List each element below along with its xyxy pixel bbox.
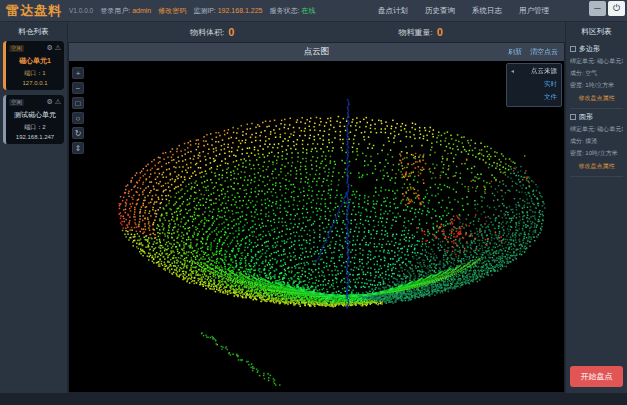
- device-ip: 127.0.0.1: [9, 80, 61, 86]
- warning-icon: ⚠: [55, 98, 61, 106]
- clear-pointcloud-link[interactable]: 清空点云: [530, 47, 558, 57]
- device-card-test-unit[interactable]: 空闲 ⚙ ⚠ 测试磁心单元 端口：2 192.168.1.247: [3, 95, 64, 144]
- warning-icon: ⚠: [55, 44, 61, 52]
- region-checkbox[interactable]: [570, 114, 576, 120]
- region-header: 圆形: [570, 112, 623, 122]
- region-item-circle: 圆形 绑定单元: 磁心单元1 成分: 煤渣 密度: 10吨/立方米 修改盘点属性: [570, 109, 623, 177]
- silo-list-title: 料仓列表: [3, 25, 64, 41]
- service-status-value: 在线: [301, 7, 315, 14]
- stats-bar: 物料体积: 0 物料重量: 0: [68, 22, 565, 42]
- reset-view-icon[interactable]: ↻: [72, 127, 84, 139]
- region-item-polygon: 多边形 绑定单元: 磁心单元1 成分: 空气 密度: 1吨/立方米 修改盘点属性: [570, 41, 623, 109]
- device-port: 端口：1: [9, 69, 61, 78]
- source-option-file[interactable]: 文件: [511, 93, 557, 102]
- version-label: V1.0.0.0: [69, 7, 93, 14]
- pointcloud-panel-header: 点云图 刷新 清空点云: [69, 43, 564, 61]
- stat-material-weight: 物料重量: 0: [399, 26, 443, 38]
- region-composition: 成分: 空气: [570, 69, 623, 78]
- edit-region-link[interactable]: 修改盘点属性: [570, 162, 623, 171]
- region-checkbox[interactable]: [570, 46, 576, 52]
- gear-icon[interactable]: ⚙: [46, 98, 52, 106]
- region-unit-label: 绑定单元:: [570, 126, 596, 132]
- pointcloud-viewport: + − □ ○ ↻ ⇕ ◂ 点云来源 实时 文件: [69, 61, 564, 392]
- menu-item-inventory-plan[interactable]: 盘点计划: [378, 6, 408, 16]
- source-option-realtime[interactable]: 实时: [511, 80, 557, 89]
- region-comp-value: 空气: [585, 70, 597, 76]
- region-list-sidebar: 料区列表 多边形 绑定单元: 磁心单元1 成分: 空气 密度: 1吨/立方米: [565, 22, 627, 393]
- region-unit-value: 磁心单元1: [597, 58, 623, 64]
- start-inventory-button[interactable]: 开始盘点: [570, 366, 623, 387]
- region-comp-label: 成分:: [570, 138, 584, 144]
- stat-label: 物料重量:: [399, 27, 433, 38]
- ip-value: 192.168.1.225: [218, 7, 263, 14]
- region-header: 多边形: [570, 44, 623, 54]
- power-button[interactable]: ⏻: [608, 1, 625, 16]
- region-density-value: 1吨/立方米: [585, 82, 614, 88]
- fit-view-icon[interactable]: ⇕: [72, 142, 84, 154]
- zoom-out-icon[interactable]: −: [72, 82, 84, 94]
- stat-material-volume: 物料体积: 0: [190, 26, 234, 38]
- region-comp-value: 煤渣: [585, 138, 597, 144]
- zoom-in-icon[interactable]: +: [72, 67, 84, 79]
- region-density: 密度: 10吨/立方米: [570, 149, 623, 158]
- top-header: 雷达盘料 V1.0.0.0 登录用户: admin 修改密码 监测IP: 192…: [0, 0, 627, 22]
- device-card-unit1[interactable]: 空闲 ⚙ ⚠ 磁心单元1 端口：1 127.0.0.1: [3, 41, 64, 90]
- region-unit-value: 磁心单元1: [597, 126, 623, 132]
- login-user-value: admin: [132, 7, 151, 14]
- login-label: 登录用户:: [100, 7, 130, 14]
- region-unit: 绑定单元: 磁心单元1: [570, 125, 623, 134]
- header-menu: 盘点计划 历史查询 系统日志 用户管理: [378, 6, 549, 16]
- monitor-ip: 监测IP: 192.168.1.225: [193, 6, 262, 16]
- region-density: 密度: 1吨/立方米: [570, 81, 623, 90]
- source-panel-title: 点云来源: [511, 67, 557, 76]
- device-status-badge: 空闲: [9, 45, 24, 52]
- device-port-label: 端口：: [24, 124, 42, 130]
- device-ip: 192.168.1.247: [9, 134, 61, 140]
- device-port: 端口：2: [9, 123, 61, 132]
- region-comp-label: 成分:: [570, 70, 584, 76]
- device-status-badge: 空闲: [9, 99, 24, 106]
- region-list-title: 料区列表: [570, 25, 623, 41]
- pointcloud-source-panel: ◂ 点云来源 实时 文件: [506, 63, 562, 107]
- pointcloud-canvas[interactable]: [69, 61, 564, 392]
- center-column: 物料体积: 0 物料重量: 0 点云图 刷新 清空点云: [68, 22, 565, 393]
- ip-label: 监测IP:: [193, 7, 216, 14]
- silo-list-sidebar: 料仓列表 空闲 ⚙ ⚠ 磁心单元1 端口：1 127.0.0.1 空闲: [0, 22, 68, 393]
- menu-item-system-log[interactable]: 系统日志: [472, 6, 502, 16]
- region-density-label: 密度:: [570, 82, 584, 88]
- collapse-icon[interactable]: ◂: [511, 67, 514, 74]
- pointcloud-header-links: 刷新 清空点云: [508, 47, 558, 57]
- region-name: 多边形: [579, 44, 600, 54]
- menu-item-history-query[interactable]: 历史查询: [425, 6, 455, 16]
- region-unit: 绑定单元: 磁心单元1: [570, 57, 623, 66]
- app-logo: 雷达盘料: [6, 2, 62, 20]
- pointcloud-panel-title: 点云图: [69, 46, 564, 58]
- app-window: 雷达盘料 V1.0.0.0 登录用户: admin 修改密码 监测IP: 192…: [0, 0, 627, 405]
- region-density-value: 10吨/立方米: [585, 150, 617, 156]
- menu-item-user-management[interactable]: 用户管理: [519, 6, 549, 16]
- stat-label: 物料体积:: [190, 27, 224, 38]
- device-card-header: 空闲 ⚙ ⚠: [9, 44, 61, 52]
- box-select-icon[interactable]: □: [72, 97, 84, 109]
- device-port-label: 端口：: [24, 70, 42, 76]
- stat-value: 0: [437, 26, 443, 38]
- region-composition: 成分: 煤渣: [570, 137, 623, 146]
- device-name: 测试磁心单元: [9, 110, 61, 120]
- point-select-icon[interactable]: ○: [72, 112, 84, 124]
- pointcloud-panel: 点云图 刷新 清空点云 + − □ ○ ↻ ⇕: [68, 42, 565, 393]
- device-name: 磁心单元1: [9, 56, 61, 66]
- edit-region-link[interactable]: 修改盘点属性: [570, 94, 623, 103]
- region-density-label: 密度:: [570, 150, 584, 156]
- main-row: 料仓列表 空闲 ⚙ ⚠ 磁心单元1 端口：1 127.0.0.1 空闲: [0, 22, 627, 393]
- device-port-value: 2: [42, 124, 45, 130]
- refresh-link[interactable]: 刷新: [508, 47, 522, 57]
- gear-icon[interactable]: ⚙: [46, 44, 52, 52]
- viewer-toolbar: + − □ ○ ↻ ⇕: [72, 67, 84, 154]
- device-card-header: 空闲 ⚙ ⚠: [9, 98, 61, 106]
- region-unit-label: 绑定单元:: [570, 58, 596, 64]
- change-password-link[interactable]: 修改密码: [158, 6, 186, 16]
- window-buttons: ─ ⏻: [589, 1, 625, 16]
- region-name: 圆形: [579, 112, 593, 122]
- minimize-button[interactable]: ─: [589, 1, 606, 16]
- service-status: 服务状态: 在线: [269, 6, 315, 16]
